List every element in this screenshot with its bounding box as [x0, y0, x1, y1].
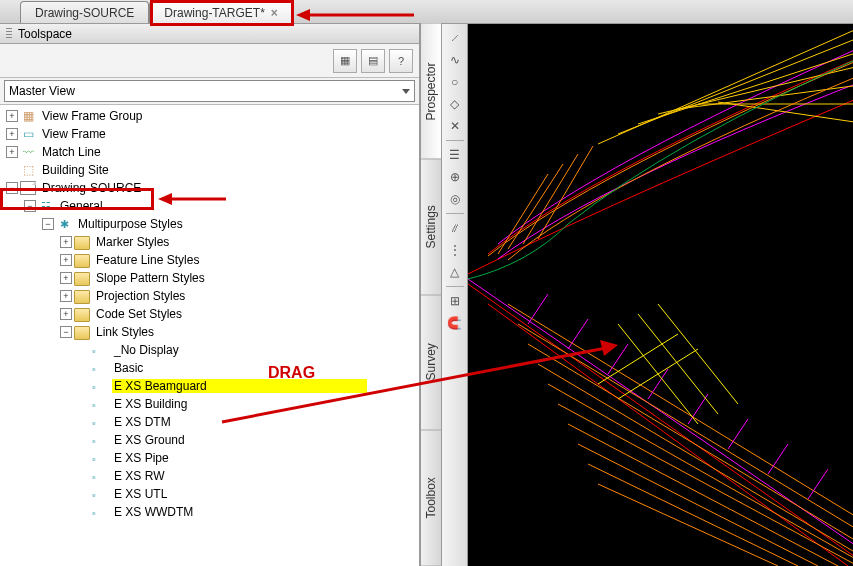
annotation-label-drag: DRAG: [268, 364, 315, 382]
style-tree[interactable]: + View Frame Group + View Frame + Match …: [0, 104, 419, 566]
tree-node-e-xs-ground[interactable]: E XS Ground: [0, 431, 419, 449]
tree-label: E XS Ground: [112, 433, 187, 447]
folder-icon: [74, 236, 90, 250]
link-style-icon: [92, 451, 108, 465]
tab-label: Drawing-SOURCE: [35, 6, 134, 20]
tree-label: E XS Building: [112, 397, 189, 411]
tree-label: Link Styles: [94, 325, 156, 339]
tree-node-e-xs-building[interactable]: E XS Building: [0, 395, 419, 413]
svg-line-32: [598, 334, 678, 384]
toolspace-title: Toolspace: [18, 27, 72, 41]
expand-icon[interactable]: +: [60, 254, 72, 266]
tab-drawing-target[interactable]: Drawing-TARGET* ×: [149, 1, 292, 23]
expand-icon[interactable]: +: [60, 308, 72, 320]
magnet-icon[interactable]: 🧲: [445, 313, 465, 333]
svg-line-17: [568, 424, 838, 566]
tree-node-slope-pattern-styles[interactable]: + Slope Pattern Styles: [0, 269, 419, 287]
link-style-icon: [92, 433, 108, 447]
tree-node-match-line[interactable]: + Match Line: [0, 143, 419, 161]
collapse-icon[interactable]: −: [6, 182, 18, 194]
tool-icon[interactable]: ∿: [445, 50, 465, 70]
svg-line-22: [568, 319, 588, 349]
tool-icon[interactable]: ⟋: [445, 28, 465, 48]
tree-label: Marker Styles: [94, 235, 171, 249]
svg-line-6: [718, 102, 853, 124]
toolspace-panel: Toolspace ▦ ▤ ? Master View + View Frame…: [0, 24, 420, 566]
tool-icon[interactable]: ⊞: [445, 291, 465, 311]
tree-node-building-site[interactable]: Building Site: [0, 161, 419, 179]
tab-drawing-source[interactable]: Drawing-SOURCE: [20, 1, 149, 23]
link-style-icon: [92, 469, 108, 483]
folder-icon: [74, 254, 90, 268]
tree-node-projection-styles[interactable]: + Projection Styles: [0, 287, 419, 305]
tool-icon[interactable]: ⊕: [445, 167, 465, 187]
toolspace-titlebar[interactable]: Toolspace: [0, 24, 419, 44]
link-style-icon: [92, 415, 108, 429]
toolbar-button-2[interactable]: ▤: [361, 49, 385, 73]
svg-line-16: [558, 404, 853, 566]
help-button[interactable]: ?: [389, 49, 413, 73]
tool-icon[interactable]: ⫽: [445, 218, 465, 238]
tree-node-e-xs-dtm[interactable]: E XS DTM: [0, 413, 419, 431]
side-tab-toolbox[interactable]: Toolbox: [421, 431, 441, 567]
tree-node-feature-line-styles[interactable]: + Feature Line Styles: [0, 251, 419, 269]
close-icon[interactable]: ×: [271, 6, 278, 20]
tree-node-marker-styles[interactable]: + Marker Styles: [0, 233, 419, 251]
toolbar-button-1[interactable]: ▦: [333, 49, 357, 73]
svg-line-13: [528, 344, 853, 548]
view-dropdown-value: Master View: [9, 84, 75, 98]
drawing-viewport[interactable]: [468, 24, 853, 566]
tree-node-view-frame[interactable]: + View Frame: [0, 125, 419, 143]
tree-node-e-xs-utl[interactable]: E XS UTL: [0, 485, 419, 503]
expand-icon[interactable]: +: [60, 290, 72, 302]
link-style-icon: [92, 361, 108, 375]
svg-line-21: [528, 294, 548, 324]
svg-line-12: [518, 324, 853, 536]
tree-node-basic[interactable]: Basic: [0, 359, 419, 377]
tool-icon[interactable]: ⋮: [445, 240, 465, 260]
tree-node-e-xs-wwdtm[interactable]: E XS WWDTM: [0, 503, 419, 521]
building-site-icon: [20, 163, 36, 177]
tree-label: Slope Pattern Styles: [94, 271, 207, 285]
folder-icon: [74, 272, 90, 286]
tree-node-drawing-source[interactable]: − Drawing-SOURCE: [0, 179, 419, 197]
tree-node-general[interactable]: − General: [0, 197, 419, 215]
expand-icon[interactable]: +: [6, 110, 18, 122]
tree-label: E XS RW: [112, 469, 166, 483]
expand-icon[interactable]: +: [6, 128, 18, 140]
expand-icon[interactable]: +: [60, 272, 72, 284]
tool-icon[interactable]: ◇: [445, 94, 465, 114]
collapse-icon[interactable]: −: [42, 218, 54, 230]
tree-node-view-frame-group[interactable]: + View Frame Group: [0, 107, 419, 125]
view-frame-icon: [20, 127, 36, 141]
tree-node-e-xs-pipe[interactable]: E XS Pipe: [0, 449, 419, 467]
link-style-icon: [92, 397, 108, 411]
tree-label: Basic: [112, 361, 145, 375]
collapse-icon[interactable]: −: [60, 326, 72, 338]
tree-node-code-set-styles[interactable]: + Code Set Styles: [0, 305, 419, 323]
tree-node-link-styles[interactable]: − Link Styles: [0, 323, 419, 341]
expand-icon[interactable]: +: [6, 146, 18, 158]
tree-node-e-xs-beamguard[interactable]: E XS Beamguard: [0, 377, 419, 395]
side-tab-survey[interactable]: Survey: [421, 295, 441, 431]
collapse-icon[interactable]: −: [24, 200, 36, 212]
tree-node-multipurpose-styles[interactable]: − Multipurpose Styles: [0, 215, 419, 233]
svg-line-0: [598, 24, 853, 144]
tool-icon[interactable]: ○: [445, 72, 465, 92]
toolspace-side-tabs: Prospector Settings Survey Toolbox: [420, 24, 442, 566]
tool-icon[interactable]: ◎: [445, 189, 465, 209]
side-tab-settings[interactable]: Settings: [421, 160, 441, 296]
tree-label: General: [58, 199, 105, 213]
tree-node-e-xs-rw[interactable]: E XS RW: [0, 467, 419, 485]
tool-icon[interactable]: ✕: [445, 116, 465, 136]
tree-label: Match Line: [40, 145, 103, 159]
tree-node-no-display[interactable]: _No Display: [0, 341, 419, 359]
svg-line-23: [608, 344, 628, 374]
side-tab-prospector[interactable]: Prospector: [421, 24, 441, 160]
toolspace-toolbar: ▦ ▤ ?: [0, 44, 419, 78]
folder-icon: [74, 308, 90, 322]
tool-icon[interactable]: △: [445, 262, 465, 282]
view-dropdown[interactable]: Master View: [4, 80, 415, 102]
tool-icon[interactable]: ☰: [445, 145, 465, 165]
expand-icon[interactable]: +: [60, 236, 72, 248]
